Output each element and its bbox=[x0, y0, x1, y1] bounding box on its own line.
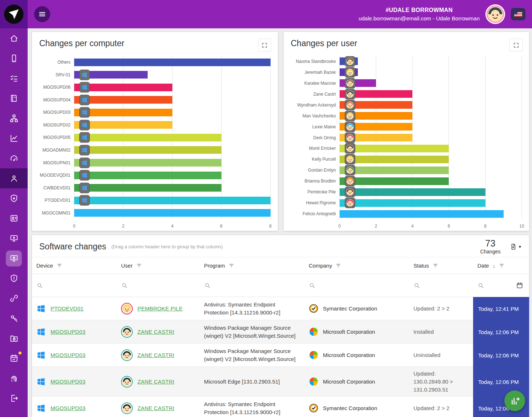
filter-date-input[interactable] bbox=[473, 274, 529, 297]
account-subtitle: udale.borrowman@email.com - Udale Borrow… bbox=[359, 15, 480, 23]
chart-bar-mgosupn01[interactable] bbox=[74, 159, 221, 167]
filter-device-input[interactable] bbox=[32, 274, 117, 297]
device-link[interactable]: PTODEVD01 bbox=[51, 305, 84, 312]
sidebar-item-schedule[interactable] bbox=[0, 348, 28, 368]
filter-user-input[interactable] bbox=[117, 274, 200, 297]
chart-category-label: Brianna Brodbin bbox=[285, 179, 340, 184]
filter-icon[interactable] bbox=[433, 263, 438, 268]
user-link[interactable]: ZANE CASTRI bbox=[137, 352, 174, 358]
x-axis-tick: 8 bbox=[484, 224, 487, 229]
chart-bar-mgoadmn02[interactable] bbox=[74, 146, 221, 154]
logout-icon bbox=[9, 394, 19, 403]
user-link[interactable]: ZANE CASTRI bbox=[137, 329, 174, 335]
calendar-icon[interactable] bbox=[516, 282, 523, 289]
sidebar-item-deploy[interactable] bbox=[0, 228, 28, 248]
device-link[interactable]: MGOSUPD03 bbox=[51, 352, 85, 358]
chart-bar-mgocomn01[interactable] bbox=[74, 209, 271, 217]
program-cell: Antivirus: Symantec Endpoint Protection … bbox=[200, 397, 304, 417]
expand-computer-chart-button[interactable] bbox=[258, 39, 271, 52]
chart-track bbox=[340, 89, 522, 100]
changes-count: 73 bbox=[480, 238, 500, 249]
chart-category-label: CWBDEVD01 bbox=[33, 185, 74, 191]
filter-program-input[interactable] bbox=[200, 274, 304, 297]
sidebar-item-software-changes[interactable] bbox=[0, 248, 28, 268]
filter-status-input[interactable] bbox=[409, 274, 473, 297]
sidebar-item-protection[interactable] bbox=[0, 188, 28, 208]
chart-bar-others[interactable] bbox=[74, 59, 271, 66]
sidebar-item-reports[interactable] bbox=[0, 128, 28, 148]
fingerprint-icon bbox=[9, 374, 19, 383]
sort-desc-icon[interactable]: ↓ bbox=[493, 262, 496, 269]
filter-icon[interactable] bbox=[229, 263, 234, 268]
column-header-program[interactable]: Program bbox=[200, 257, 304, 274]
chart-bar-mgosupd05[interactable] bbox=[74, 134, 221, 141]
export-dropdown-caret[interactable]: ▾ bbox=[519, 244, 521, 249]
sidebar-item-network-map[interactable] bbox=[0, 108, 28, 128]
user-link[interactable]: ZANE CASTRI bbox=[137, 405, 174, 411]
sidebar-item-integrations[interactable] bbox=[0, 288, 28, 308]
user-avatar-icon bbox=[121, 376, 133, 388]
chart-category-label: Man Vashchenko bbox=[285, 113, 340, 119]
chart-category-label: Naoma Standbrooke bbox=[285, 59, 340, 64]
windows-badge-icon bbox=[79, 82, 90, 93]
device-link[interactable]: MGOSUPD03 bbox=[51, 329, 85, 335]
chart-category-label: MGOADMN02 bbox=[33, 148, 74, 153]
task-list-icon bbox=[9, 74, 19, 83]
sidebar-item-devices[interactable] bbox=[0, 48, 28, 68]
chart-bar-hewet-pigrome[interactable] bbox=[340, 199, 485, 207]
sidebar-item-dashboard[interactable] bbox=[0, 148, 28, 168]
export-button[interactable]: ▾ bbox=[510, 243, 521, 250]
sidebar-item-credentials[interactable] bbox=[0, 308, 28, 328]
add-report-fab[interactable] bbox=[504, 390, 525, 411]
filter-icon[interactable] bbox=[336, 263, 341, 268]
chart-bar-felicio-antognetti[interactable] bbox=[340, 210, 504, 218]
sidebar-item-security-users[interactable] bbox=[0, 168, 28, 188]
sidebar-item-logout[interactable] bbox=[0, 388, 28, 408]
sidebar-item-tasks[interactable] bbox=[0, 68, 28, 88]
symantec-logo-icon bbox=[309, 403, 319, 413]
column-header-user[interactable]: User bbox=[117, 257, 200, 274]
user-link[interactable]: PEMBROKE PILE bbox=[137, 305, 183, 312]
column-header-company[interactable]: Company bbox=[304, 257, 409, 274]
expand-user-chart-button[interactable] bbox=[509, 39, 523, 52]
user-link[interactable]: ZANE CASTRI bbox=[137, 378, 174, 385]
chart-track bbox=[340, 56, 522, 67]
sidebar-item-alerts[interactable] bbox=[0, 268, 28, 288]
hamburger-menu-button[interactable] bbox=[34, 6, 50, 22]
chart-bar-mgodevqd01[interactable] bbox=[74, 172, 221, 179]
chart-category-label: MGOSUPD03 bbox=[33, 110, 74, 115]
device-link[interactable]: MGOSUPD03 bbox=[51, 405, 85, 411]
sidebar-item-secure-storage[interactable] bbox=[0, 328, 28, 348]
chart-bar-ptodevd01[interactable] bbox=[74, 197, 271, 204]
chart-bar-cwbdevd01[interactable] bbox=[74, 184, 221, 192]
column-header-device[interactable]: Device bbox=[32, 257, 117, 274]
chart-bar-brianna-brodbin[interactable] bbox=[340, 177, 449, 185]
language-flag-button[interactable] bbox=[511, 8, 525, 20]
filter-icon[interactable] bbox=[136, 263, 142, 268]
column-header-status[interactable]: Status bbox=[409, 257, 473, 274]
chart-bar-pembroke-pile[interactable] bbox=[340, 188, 485, 196]
top-right-cluster: #UDALE BORROWMAN udale.borrowman@email.c… bbox=[359, 4, 532, 24]
sidebar-item-inventory-book[interactable] bbox=[0, 88, 28, 108]
search-icon bbox=[477, 282, 484, 289]
chart-bar-monti-erricker[interactable] bbox=[340, 145, 449, 152]
user-avatar-badge bbox=[345, 111, 355, 121]
chart-row: Felicio Antognetti bbox=[285, 208, 522, 219]
program-cell: Antivirus: Symantec Endpoint Protection … bbox=[200, 297, 304, 320]
chart-category-label: Karalee Macrow bbox=[285, 81, 340, 86]
filter-icon[interactable] bbox=[57, 263, 62, 268]
column-header-date[interactable]: Date↓ bbox=[473, 257, 529, 274]
sidebar-item-home[interactable] bbox=[0, 28, 28, 48]
user-avatar[interactable] bbox=[485, 4, 505, 24]
chart-bar-gordan-emlyn[interactable] bbox=[340, 167, 449, 174]
status-text: Updated: 130.0.2849.80 > 131.0.2903.51 bbox=[409, 367, 473, 397]
device-link[interactable]: MGOSUPD03 bbox=[51, 378, 85, 385]
filter-icon[interactable] bbox=[499, 263, 504, 268]
chart-bar-kelly-purcell[interactable] bbox=[340, 156, 449, 163]
sidebar-item-fingerprint[interactable] bbox=[0, 368, 28, 388]
app-logo[interactable] bbox=[0, 0, 28, 28]
device-gear-icon bbox=[6, 250, 22, 266]
chart-row: Wyndham Ackeroyd bbox=[285, 100, 522, 111]
filter-company-input[interactable] bbox=[304, 274, 409, 297]
sidebar-item-id-badge[interactable] bbox=[0, 208, 28, 228]
